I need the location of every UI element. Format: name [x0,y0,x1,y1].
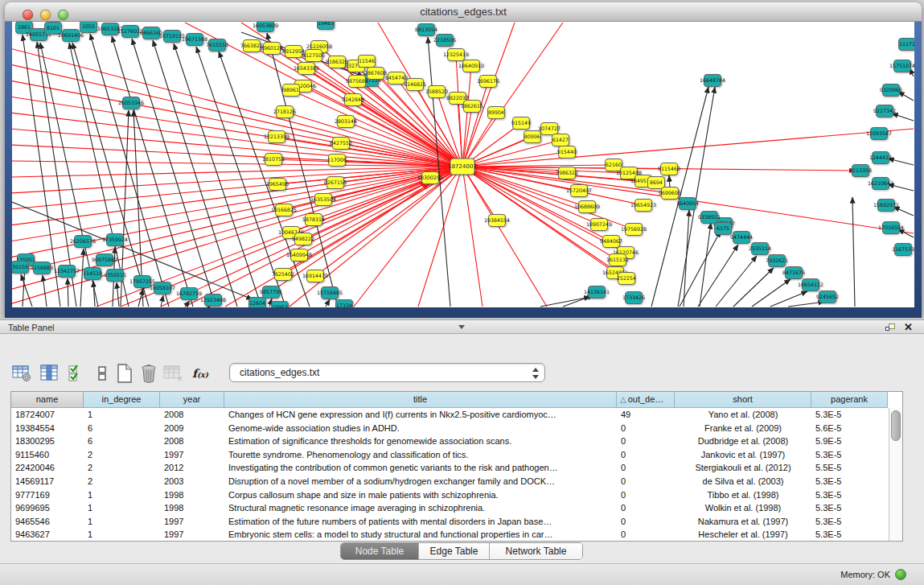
graph-node[interactable]: 9146821 [404,79,426,91]
table-row[interactable]: 1456911722003Disruption of a novel membe… [11,475,902,488]
graph-node[interactable]: 39159 [12,262,29,274]
graph-node[interactable]: 12604 [249,298,266,308]
graph-node[interactable]: 19671388 [182,34,207,46]
graph-node[interactable]: 80996 [524,131,541,143]
graph-node[interactable]: 9242848 [342,94,364,106]
tab-network-table[interactable]: Network Table [490,543,582,559]
graph-node[interactable]: 19756928 [621,224,647,236]
close-panel-icon[interactable]: ✕ [904,321,913,333]
graph-node[interactable]: 2935114 [749,243,771,255]
graph-node[interactable]: 1055 [80,22,97,33]
graph-node[interactable]: 16210643 [868,178,893,190]
graph-node[interactable]: 1615132 [606,254,629,266]
column-header-year[interactable]: year [160,392,224,408]
graph-node[interactable]: 915149 [511,117,531,130]
network-canvas[interactable]: 1861240557128101206914061055106532871527… [12,22,914,307]
column-header-name[interactable]: name [11,392,84,408]
graph-node[interactable]: 19166825 [271,204,297,216]
column-header-in_degree[interactable]: in_degree [84,392,160,408]
graph-node[interactable]: 15720407 [566,185,592,197]
graph-node[interactable]: 5875685 [346,76,368,88]
graph-node[interactable]: 9329966 [880,84,902,97]
tab-node-table[interactable]: Node Table [341,543,419,559]
graph-node[interactable]: 2718126 [273,106,296,118]
graph-node[interactable]: 15692971 [873,200,899,212]
graph-node[interactable]: 12342757 [54,266,80,278]
graph-node[interactable]: 1733426 [622,292,645,304]
graph-node[interactable]: 9227342 [873,105,896,117]
graph-node[interactable]: 8267150 [324,177,347,189]
graph-node[interactable]: 10654112 [798,279,823,291]
table-row[interactable]: 1938455462009Genome-wide association stu… [11,422,902,435]
graph-node[interactable]: 1588520 [425,86,448,98]
column-selection-button[interactable] [37,361,61,385]
graph-node[interactable]: 8694 [648,177,665,189]
row-selection-button[interactable] [64,361,88,385]
graph-node[interactable]: 7932621 [766,255,788,267]
graph-node[interactable]: 114519 [83,268,102,280]
graph-node[interactable]: 19654923 [630,200,656,212]
graph-node[interactable]: 18724007 [448,159,477,175]
graph-node[interactable]: 9127505 [302,50,325,62]
graph-node[interactable]: 9115460 [658,163,680,175]
graph-node[interactable]: 11172 [899,39,915,51]
column-header-title[interactable]: title [224,392,617,408]
graph-node[interactable]: 8213358 [849,165,872,177]
graph-node[interactable]: 17359924 [102,234,128,246]
graph-node[interactable]: 9699695 [659,187,681,200]
graph-node[interactable]: 1156889 [31,262,53,274]
table-selector-dropdown[interactable]: citations_edges.txt [229,363,545,382]
graph-node[interactable]: 8960128 [261,43,283,55]
graph-node[interactable]: 1640954 [676,198,699,210]
table-row[interactable]: 1872400712008Changes of HCN gene express… [11,408,902,422]
table-vertical-scrollbar[interactable] [889,408,902,541]
graph-node[interactable]: 7663822 [240,40,263,52]
graph-node[interactable]: 7625402 [272,269,294,281]
graph-node[interactable]: 16648784 [700,75,725,87]
graph-node[interactable]: 8813054 [415,24,437,36]
table-row[interactable]: 946362711997Embryonic stem cells: a mode… [11,528,902,542]
toggle-columns-button[interactable] [90,361,114,385]
graph-node[interactable]: 1965490 [266,179,289,191]
graph-node[interactable]: 14136141 [584,286,610,299]
graph-node[interactable]: 117006 [327,154,347,167]
graph-node[interactable]: 15716485 [317,287,343,299]
graph-node[interactable]: 2218506 [433,35,456,47]
column-header-short[interactable]: short [675,392,811,408]
graph-node[interactable]: 1167533 [892,244,914,256]
float-panel-icon[interactable] [885,323,897,332]
graph-node[interactable]: 1862615 [461,101,483,113]
graph-node[interactable]: 61427 [552,134,569,146]
column-header-pagerank[interactable]: pagerank [811,392,888,408]
graph-node[interactable]: 9498222 [292,233,314,245]
graph-node[interactable]: 17334 [336,300,353,308]
graph-node[interactable]: 915440 [557,146,577,159]
graph-node[interactable]: 10688609 [574,201,600,213]
graph-node[interactable]: 16914479 [302,270,328,282]
network-window-titlebar[interactable]: citations_edges.txt [5,2,922,22]
graph-node[interactable]: 1074727 [538,123,561,135]
graph-node[interactable]: 9245652 [816,291,839,303]
table-row[interactable]: 969969511998Structural magnetic resonanc… [11,501,902,515]
graph-node[interactable]: 16353504 [310,194,336,206]
graph-node[interactable]: 9484067 [600,236,622,248]
graph-node[interactable]: 19384554 [484,215,510,227]
graph-node[interactable]: 6175 [715,223,732,235]
graph-node[interactable]: 18640910 [458,60,484,72]
graph-node[interactable]: 8427552 [330,138,352,150]
graph-node[interactable]: 1350515 [104,270,126,282]
graph-node[interactable]: 26206576 [70,236,96,248]
graph-node[interactable]: 2803144 [335,116,357,128]
graph-node[interactable]: 9474444 [730,232,753,244]
graph-node[interactable]: 1696176 [477,76,499,88]
table-settings-button[interactable] [10,361,34,385]
import-table-button-disabled[interactable]: ✕ [161,361,185,385]
scrollbar-thumb[interactable] [891,410,901,441]
graph-node[interactable]: 16053809 [253,22,278,32]
function-builder-button[interactable]: f(x) [187,361,214,385]
splitter-collapse-handle[interactable] [458,325,465,329]
graph-node[interactable]: 12923488 [200,295,226,307]
graph-node[interactable]: 26053346 [118,97,144,109]
graph-node[interactable]: 19483 [318,22,335,30]
delete-table-button[interactable] [137,361,161,385]
